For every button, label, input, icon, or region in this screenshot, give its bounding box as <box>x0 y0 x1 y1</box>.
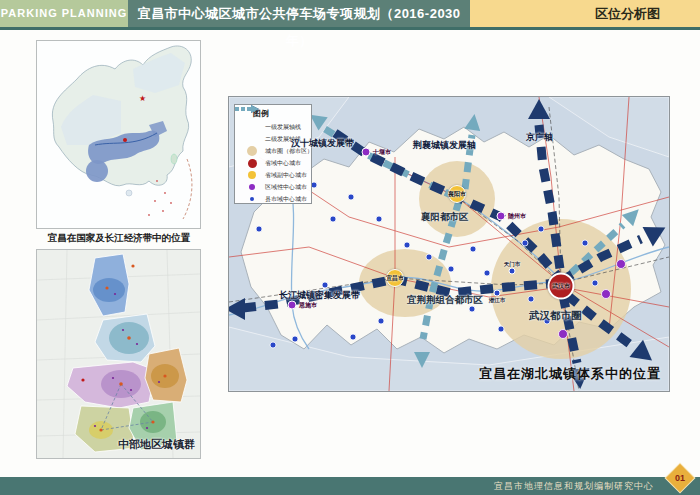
legend-item-county-center: 县市域中心城市 <box>239 193 307 205</box>
footer-bar: 宜昌市地理信息和规划编制研究中心 01 <box>0 477 700 495</box>
legend-label: 一级发展轴线 <box>265 123 301 132</box>
legend-label: 县市域中心城市 <box>265 195 307 204</box>
city-label-yichang: 宜昌市 <box>386 274 404 283</box>
city-marker-shiyan <box>362 148 371 157</box>
central-map-caption: 中部地区城镇群 <box>118 437 195 452</box>
main-map-caption: 宜昌在湖北城镇体系中的位置 <box>479 365 661 383</box>
map-legend: 图例 一级发展轴线 二级发展轴线 城市圈（都市区） 省域中心城市 <box>234 104 312 204</box>
provincial-center-symbol <box>239 159 265 168</box>
china-map-graphic: ★ <box>37 41 200 228</box>
city-label-shiyan: 十堰市 <box>373 148 391 157</box>
provincial-subcenter-symbol <box>239 171 265 179</box>
legend-label: 省域副中心城市 <box>265 171 307 180</box>
legend-item-regional-center: 区域性中心城市 <box>239 181 307 193</box>
hubei-system-map: 图例 一级发展轴线 二级发展轴线 城市圈（都市区） 省域中心城市 <box>228 96 670 392</box>
legend-item-primary-axis: 一级发展轴线 <box>239 121 307 133</box>
sheet-name: 区位分析图 <box>470 0 700 27</box>
city-marker-tianmen <box>509 268 516 275</box>
legend-title: 图例 <box>253 108 307 119</box>
region-label-wuhan-circle: 武汉都市圈 <box>529 309 582 323</box>
city-marker-suizhou <box>497 212 506 221</box>
city-label-enshi: 恩施市 <box>299 301 317 310</box>
city-label-tianmen: 天门市 <box>504 261 521 268</box>
city-marker-qianjiang <box>494 290 501 297</box>
central-region-map: 中部地区城镇群 <box>36 249 201 459</box>
sheet-name-text: 区位分析图 <box>595 6 660 21</box>
city-label-wuhan: 武汉市 <box>552 282 570 291</box>
header-rule <box>0 27 700 30</box>
city-label-xiangyang: 襄阳市 <box>448 190 466 199</box>
page-number-badge: 01 <box>666 464 694 492</box>
plan-title: 宜昌市中心城区城市公共停车场专项规划（2016-2030年） <box>128 0 470 27</box>
china-map-caption: 宜昌在国家及长江经济带中的位置 <box>30 232 208 245</box>
legend-item-provincial-subcenter: 省域副中心城市 <box>239 169 307 181</box>
city-label-qianjiang: 潜江市 <box>489 297 506 304</box>
brand-banner: PARKING PLANNING <box>0 0 128 27</box>
legend-label: 省域中心城市 <box>265 159 301 168</box>
page-number: 01 <box>670 468 690 488</box>
yichang-dot <box>81 378 84 381</box>
region-label-xiangyang-metro: 襄阳都市区 <box>421 211 469 224</box>
region-label-yijingjing-metro: 宜荆荆组合都市区 <box>407 294 483 307</box>
beijing-star-icon: ★ <box>139 94 146 103</box>
city-label-suizhou: 随州市 <box>508 212 526 221</box>
axis-label-jingxiang: 荆襄城镇发展轴 <box>413 139 476 152</box>
regional-center-symbol <box>239 184 265 190</box>
footer-org-name: 宜昌市地理信息和规划编制研究中心 <box>494 477 654 495</box>
county-center-symbol <box>239 197 265 201</box>
china-location-map: ★ <box>36 40 201 229</box>
plan-sheet: PARKING PLANNING 宜昌市中心城区城市公共停车场专项规划（2016… <box>0 0 700 495</box>
city-marker-enshi <box>288 301 297 310</box>
yichang-marker <box>123 138 127 142</box>
legend-item-provincial-center: 省域中心城市 <box>239 157 307 169</box>
metro-circle-symbol <box>239 146 265 156</box>
legend-label: 区域性中心城市 <box>265 183 307 192</box>
axis-label-hanshi: 汉十城镇发展带 <box>291 137 354 150</box>
central-map-graphic <box>37 250 200 458</box>
axis-label-jingguang: 京广轴 <box>526 131 553 144</box>
